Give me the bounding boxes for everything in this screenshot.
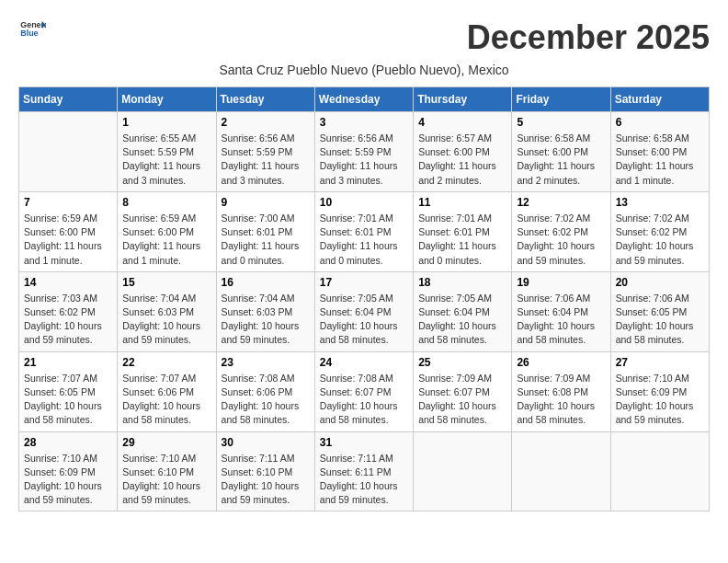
day-info: Sunrise: 7:10 AM Sunset: 6:09 PM Dayligh…	[24, 452, 112, 508]
day-number: 16	[222, 276, 310, 289]
day-number: 17	[320, 276, 408, 289]
day-info: Sunrise: 7:01 AM Sunset: 6:01 PM Dayligh…	[320, 212, 408, 268]
day-info: Sunrise: 7:05 AM Sunset: 6:04 PM Dayligh…	[320, 292, 408, 348]
day-info: Sunrise: 7:11 AM Sunset: 6:11 PM Dayligh…	[320, 452, 408, 508]
calendar-cell: 31Sunrise: 7:11 AM Sunset: 6:11 PM Dayli…	[314, 431, 413, 511]
day-number: 9	[222, 196, 310, 209]
subtitle: Santa Cruz Pueblo Nuevo (Pueblo Nuevo), …	[18, 63, 710, 77]
col-header-sunday: Sunday	[19, 87, 118, 112]
calendar-cell	[610, 431, 709, 511]
calendar-cell: 12Sunrise: 7:02 AM Sunset: 6:02 PM Dayli…	[512, 191, 610, 271]
week-row-1: 1Sunrise: 6:55 AM Sunset: 5:59 PM Daylig…	[19, 112, 710, 192]
day-number: 24	[320, 356, 408, 369]
day-info: Sunrise: 7:06 AM Sunset: 6:04 PM Dayligh…	[517, 292, 605, 348]
svg-text:Blue: Blue	[20, 29, 38, 38]
col-header-tuesday: Tuesday	[216, 87, 314, 112]
calendar-cell: 13Sunrise: 7:02 AM Sunset: 6:02 PM Dayli…	[610, 191, 709, 271]
week-row-4: 21Sunrise: 7:07 AM Sunset: 6:05 PM Dayli…	[19, 351, 710, 431]
day-info: Sunrise: 6:58 AM Sunset: 6:00 PM Dayligh…	[616, 132, 704, 188]
calendar-cell: 22Sunrise: 7:07 AM Sunset: 6:06 PM Dayli…	[118, 351, 216, 431]
calendar-cell: 3Sunrise: 6:56 AM Sunset: 5:59 PM Daylig…	[314, 112, 413, 192]
calendar-cell: 2Sunrise: 6:56 AM Sunset: 5:59 PM Daylig…	[216, 112, 314, 192]
col-header-saturday: Saturday	[610, 87, 709, 112]
calendar-cell: 10Sunrise: 7:01 AM Sunset: 6:01 PM Dayli…	[314, 191, 413, 271]
day-info: Sunrise: 7:00 AM Sunset: 6:01 PM Dayligh…	[222, 212, 310, 268]
day-info: Sunrise: 7:07 AM Sunset: 6:06 PM Dayligh…	[122, 372, 210, 428]
calendar-cell: 25Sunrise: 7:09 AM Sunset: 6:07 PM Dayli…	[414, 351, 512, 431]
col-header-thursday: Thursday	[414, 87, 512, 112]
calendar-cell: 24Sunrise: 7:08 AM Sunset: 6:07 PM Dayli…	[314, 351, 413, 431]
day-info: Sunrise: 7:05 AM Sunset: 6:04 PM Dayligh…	[418, 292, 506, 348]
day-number: 2	[222, 116, 310, 129]
day-info: Sunrise: 7:07 AM Sunset: 6:05 PM Dayligh…	[24, 372, 112, 428]
day-number: 1	[122, 116, 210, 129]
day-info: Sunrise: 6:59 AM Sunset: 6:00 PM Dayligh…	[24, 212, 112, 268]
calendar-table: SundayMondayTuesdayWednesdayThursdayFrid…	[18, 86, 710, 511]
calendar-cell: 29Sunrise: 7:10 AM Sunset: 6:10 PM Dayli…	[118, 431, 216, 511]
day-number: 5	[517, 116, 605, 129]
calendar-cell: 23Sunrise: 7:08 AM Sunset: 6:06 PM Dayli…	[216, 351, 314, 431]
calendar-cell: 7Sunrise: 6:59 AM Sunset: 6:00 PM Daylig…	[19, 191, 118, 271]
day-number: 20	[616, 276, 704, 289]
month-title: December 2025	[467, 18, 710, 57]
calendar-cell: 4Sunrise: 6:57 AM Sunset: 6:00 PM Daylig…	[414, 112, 512, 192]
day-info: Sunrise: 7:09 AM Sunset: 6:07 PM Dayligh…	[418, 372, 506, 428]
day-number: 23	[222, 356, 310, 369]
day-number: 28	[24, 436, 112, 449]
day-info: Sunrise: 7:10 AM Sunset: 6:10 PM Dayligh…	[122, 452, 210, 508]
day-info: Sunrise: 6:58 AM Sunset: 6:00 PM Dayligh…	[517, 132, 605, 188]
calendar-cell: 8Sunrise: 6:59 AM Sunset: 6:00 PM Daylig…	[118, 191, 216, 271]
day-number: 13	[616, 196, 704, 209]
calendar-cell: 17Sunrise: 7:05 AM Sunset: 6:04 PM Dayli…	[314, 271, 413, 351]
day-number: 15	[122, 276, 210, 289]
day-number: 26	[517, 356, 605, 369]
day-info: Sunrise: 7:02 AM Sunset: 6:02 PM Dayligh…	[616, 212, 704, 268]
day-number: 18	[418, 276, 506, 289]
day-number: 21	[24, 356, 112, 369]
day-number: 11	[418, 196, 506, 209]
day-number: 7	[24, 196, 112, 209]
calendar-cell: 27Sunrise: 7:10 AM Sunset: 6:09 PM Dayli…	[610, 351, 709, 431]
day-info: Sunrise: 6:56 AM Sunset: 5:59 PM Dayligh…	[320, 132, 408, 188]
calendar-cell: 14Sunrise: 7:03 AM Sunset: 6:02 PM Dayli…	[19, 271, 118, 351]
day-number: 3	[320, 116, 408, 129]
day-info: Sunrise: 6:57 AM Sunset: 6:00 PM Dayligh…	[418, 132, 506, 188]
calendar-cell: 15Sunrise: 7:04 AM Sunset: 6:03 PM Dayli…	[118, 271, 216, 351]
day-info: Sunrise: 6:59 AM Sunset: 6:00 PM Dayligh…	[122, 212, 210, 268]
calendar-cell: 16Sunrise: 7:04 AM Sunset: 6:03 PM Dayli…	[216, 271, 314, 351]
week-row-3: 14Sunrise: 7:03 AM Sunset: 6:02 PM Dayli…	[19, 271, 710, 351]
day-info: Sunrise: 7:04 AM Sunset: 6:03 PM Dayligh…	[222, 292, 310, 348]
col-header-friday: Friday	[512, 87, 610, 112]
calendar-cell: 5Sunrise: 6:58 AM Sunset: 6:00 PM Daylig…	[512, 112, 610, 192]
calendar-cell: 30Sunrise: 7:11 AM Sunset: 6:10 PM Dayli…	[216, 431, 314, 511]
calendar-cell: 9Sunrise: 7:00 AM Sunset: 6:01 PM Daylig…	[216, 191, 314, 271]
day-number: 27	[616, 356, 704, 369]
logo: General Blue	[18, 18, 46, 39]
col-header-monday: Monday	[118, 87, 216, 112]
day-info: Sunrise: 6:55 AM Sunset: 5:59 PM Dayligh…	[122, 132, 210, 188]
header: General Blue December 2025	[18, 18, 710, 57]
day-info: Sunrise: 7:09 AM Sunset: 6:08 PM Dayligh…	[517, 372, 605, 428]
day-number: 12	[517, 196, 605, 209]
day-info: Sunrise: 7:02 AM Sunset: 6:02 PM Dayligh…	[517, 212, 605, 268]
day-info: Sunrise: 7:08 AM Sunset: 6:07 PM Dayligh…	[320, 372, 408, 428]
day-number: 14	[24, 276, 112, 289]
day-number: 8	[122, 196, 210, 209]
calendar-cell	[19, 112, 118, 192]
week-row-2: 7Sunrise: 6:59 AM Sunset: 6:00 PM Daylig…	[19, 191, 710, 271]
day-info: Sunrise: 7:06 AM Sunset: 6:05 PM Dayligh…	[616, 292, 704, 348]
day-number: 25	[418, 356, 506, 369]
calendar-cell: 26Sunrise: 7:09 AM Sunset: 6:08 PM Dayli…	[512, 351, 610, 431]
col-header-wednesday: Wednesday	[314, 87, 413, 112]
day-info: Sunrise: 7:03 AM Sunset: 6:02 PM Dayligh…	[24, 292, 112, 348]
calendar-cell: 6Sunrise: 6:58 AM Sunset: 6:00 PM Daylig…	[610, 112, 709, 192]
day-info: Sunrise: 7:01 AM Sunset: 6:01 PM Dayligh…	[418, 212, 506, 268]
calendar-cell: 11Sunrise: 7:01 AM Sunset: 6:01 PM Dayli…	[414, 191, 512, 271]
calendar-cell	[414, 431, 512, 511]
calendar-cell: 21Sunrise: 7:07 AM Sunset: 6:05 PM Dayli…	[19, 351, 118, 431]
day-info: Sunrise: 7:11 AM Sunset: 6:10 PM Dayligh…	[222, 452, 310, 508]
calendar-cell: 18Sunrise: 7:05 AM Sunset: 6:04 PM Dayli…	[414, 271, 512, 351]
day-info: Sunrise: 7:08 AM Sunset: 6:06 PM Dayligh…	[222, 372, 310, 428]
day-number: 29	[122, 436, 210, 449]
day-number: 19	[517, 276, 605, 289]
